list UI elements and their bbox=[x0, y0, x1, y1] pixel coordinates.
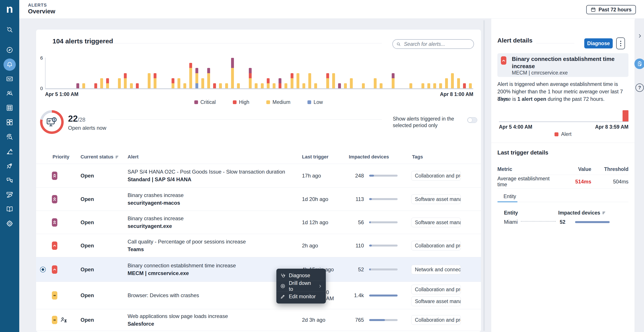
metric-table-row: Average establishment time 514ms 504ms bbox=[498, 175, 628, 189]
sidebar-item-people[interactable] bbox=[4, 87, 16, 99]
row-status: Open bbox=[80, 282, 127, 309]
impacted-count: 110 bbox=[336, 243, 364, 249]
priority-badge bbox=[52, 218, 57, 227]
row-last-trigger: 17h ago bbox=[300, 164, 336, 187]
row-tags: Collaboration and produc bbox=[399, 164, 481, 187]
impacted-count: 765 bbox=[336, 317, 364, 323]
alert-subtitle: securityagent.exe bbox=[128, 223, 300, 229]
nexthink-logo[interactable]: n bbox=[0, 2, 19, 16]
sidebar-item-settings[interactable] bbox=[4, 217, 16, 230]
entity-devices-count: 52 bbox=[560, 219, 570, 225]
sidebar-item-dashboards[interactable] bbox=[4, 116, 16, 128]
alert-title: SAP S/4 HANA O2C - Post Goods Issue - Sl… bbox=[128, 169, 300, 175]
alert-subtitle: Standard | SAP S/4 HANA bbox=[128, 177, 300, 183]
alerts-search[interactable] bbox=[392, 39, 474, 49]
row-tags: Software asset managem bbox=[399, 188, 481, 211]
open-alerts-donut bbox=[40, 110, 64, 134]
sidebar-item-investigations[interactable] bbox=[4, 131, 16, 143]
menu-item-diagnose[interactable]: Diagnose bbox=[276, 270, 326, 281]
row-tags: Collaboration and produc bbox=[399, 234, 481, 257]
metric-name: Average establishment time bbox=[498, 176, 558, 188]
row-status: Open bbox=[80, 309, 127, 331]
pencil-icon bbox=[280, 294, 286, 299]
monitor-alert-icon bbox=[46, 117, 58, 127]
dashboard-layout-icon bbox=[6, 119, 13, 126]
sidebar-item-adopt[interactable] bbox=[4, 160, 16, 172]
alert-title: Web applications slow page loads increas… bbox=[128, 313, 300, 319]
alert-subtitle: securityagent-macos bbox=[128, 200, 300, 206]
menu-item-edit-monitor[interactable]: Edit monitor bbox=[276, 291, 326, 302]
row-last-trigger: 2h ago bbox=[300, 234, 336, 257]
open-alerts-count: 22 bbox=[68, 114, 78, 123]
selected-alert-card: Binary connection establishment time inc… bbox=[498, 53, 628, 77]
metric-value: 514ms bbox=[558, 179, 591, 185]
table-row[interactable]: Open SAP S/4 HANA O2C - Post Goods Issue… bbox=[36, 164, 481, 187]
priority-badge bbox=[52, 316, 57, 324]
priority-badge bbox=[52, 242, 57, 250]
sidebar-item-monitor[interactable] bbox=[4, 73, 16, 85]
row-tags: Collaboration and producSoftware asset m… bbox=[399, 282, 481, 309]
search-input[interactable] bbox=[404, 41, 470, 47]
row-tags: Collaboration and produc bbox=[399, 309, 481, 331]
collapse-panel-button[interactable] bbox=[636, 32, 644, 40]
entity-table-row[interactable]: Miami 52 bbox=[498, 218, 628, 226]
menu-item-drill-down[interactable]: Drill down to bbox=[276, 281, 326, 291]
trigger-chart-bar bbox=[622, 110, 628, 121]
open-alerts-label: Open alerts now bbox=[68, 125, 106, 131]
row-radio[interactable] bbox=[40, 267, 46, 272]
settings-gear-icon bbox=[6, 220, 13, 227]
sidebar-item-applications[interactable] bbox=[4, 102, 16, 114]
apps-grid-icon bbox=[6, 104, 13, 112]
table-row[interactable]: Open Browser: Devices with crashes 0 AM … bbox=[36, 282, 481, 309]
more-options-button[interactable] bbox=[616, 38, 625, 49]
tag-chip: Software asset managem bbox=[411, 218, 461, 227]
sidebar-item-engage[interactable] bbox=[4, 174, 16, 186]
chevron-right-icon bbox=[638, 34, 642, 38]
impacted-count: 1.4k bbox=[336, 292, 364, 298]
col-last-trigger: Last trigger bbox=[302, 154, 328, 160]
panel-title: Alert details bbox=[498, 37, 532, 44]
selected-alert-title: Binary connection establishment time inc… bbox=[512, 55, 624, 70]
row-status: Open bbox=[80, 164, 127, 187]
clipboard-edit-icon bbox=[637, 61, 642, 67]
table-row[interactable]: Open Web applications slow page loads in… bbox=[36, 309, 481, 331]
sidebar-item-spark-search[interactable] bbox=[4, 24, 16, 36]
entity-impacted-sort[interactable]: Impacted devices bbox=[558, 210, 606, 216]
library-book-icon bbox=[6, 205, 13, 213]
entity-table-header: Entity Impacted devices bbox=[498, 208, 628, 218]
table-row[interactable]: Open Binary crashes increase securityage… bbox=[36, 187, 481, 211]
priority-badge bbox=[52, 291, 57, 299]
y-axis-tick-min: 0 bbox=[36, 86, 43, 91]
trigger-chart-end-label: Apr 8 3:59 AM bbox=[595, 124, 628, 130]
time-range-button[interactable]: Past 72 hours bbox=[586, 5, 636, 14]
sidebar-item-compass[interactable] bbox=[4, 44, 16, 56]
spark-search-icon bbox=[6, 26, 13, 33]
sidebar-item-alerts[interactable] bbox=[4, 59, 16, 71]
tab-entity[interactable]: Entity bbox=[504, 194, 516, 199]
priority-badge bbox=[52, 172, 57, 180]
table-row[interactable]: Open Binary connection establishment tim… bbox=[36, 257, 481, 282]
sidebar-item-automation[interactable] bbox=[4, 145, 16, 157]
col-current-status[interactable]: Current status bbox=[80, 154, 127, 160]
table-row[interactable]: Open Call quality - Percentage of poor s… bbox=[36, 234, 481, 257]
alert-title: Binary connection establishment time inc… bbox=[128, 263, 300, 269]
divider bbox=[101, 43, 382, 43]
legend-item: Critical bbox=[194, 99, 216, 105]
submenu-chevron-icon bbox=[318, 284, 322, 288]
help-button[interactable]: ? bbox=[636, 83, 644, 92]
sidebar-item-library[interactable] bbox=[4, 203, 16, 215]
legend-item: High bbox=[233, 99, 249, 105]
impacted-bar bbox=[369, 198, 398, 200]
diagnose-button[interactable]: Diagnose bbox=[584, 38, 613, 48]
period-toggle[interactable] bbox=[467, 117, 477, 123]
main-scrollbar[interactable] bbox=[484, 20, 485, 331]
design-tools-icon bbox=[6, 191, 13, 198]
notes-clipboard-button[interactable] bbox=[634, 59, 644, 69]
priority-badge bbox=[501, 56, 506, 65]
x-axis-end-label: Apr 8 1:00 AM bbox=[440, 91, 473, 97]
sidebar-item-design[interactable] bbox=[4, 189, 16, 201]
selected-alert-subtitle: MECM | cmrcservice.exe bbox=[512, 70, 568, 76]
fingerprint-search-icon bbox=[6, 133, 13, 141]
open-alerts-stats: 22/28 Open alerts now bbox=[68, 114, 106, 131]
table-row[interactable]: Open Binary crashes increase securityage… bbox=[36, 211, 481, 234]
